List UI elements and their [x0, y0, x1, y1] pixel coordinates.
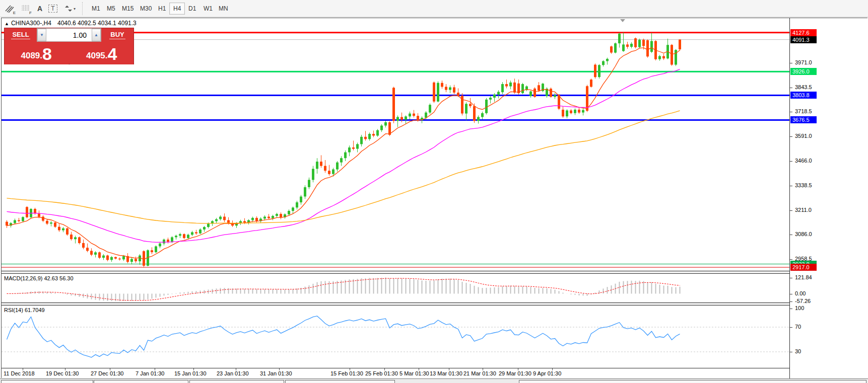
rsi-indicator-canvas[interactable]: [2, 306, 789, 368]
macd-tick: [790, 301, 792, 302]
price-tick: [790, 88, 792, 88]
timeframe-h4[interactable]: H4: [169, 3, 185, 15]
volume-decrease-button[interactable]: ▼: [37, 29, 46, 41]
timeframe-m30[interactable]: M30: [136, 3, 156, 15]
timeframe-m5[interactable]: M5: [103, 3, 119, 15]
timeframe-d1[interactable]: D1: [184, 3, 200, 15]
time-tick: [518, 368, 518, 370]
collapse-icon[interactable]: ▲: [5, 21, 9, 26]
ema-slow-line: [7, 111, 680, 223]
top-toolbar: E F A T ▾ M1M5M15M30H1H4D: [0, 0, 868, 17]
chart-tab[interactable]: [189, 380, 284, 383]
time-tick: [552, 368, 553, 370]
macd-axis-label: -57.26: [795, 298, 811, 304]
volume-increase-button[interactable]: ▲: [92, 29, 101, 41]
price-axis-label: 3971.0: [795, 59, 812, 65]
time-axis-label: 5 Mar 01:30: [399, 370, 429, 376]
trade-panel-price-row: 4089.8 4095.4: [5, 42, 133, 64]
chart-title: ▲CHINA300-,H44040.6 4092.5 4034.1 4091.3: [5, 20, 137, 27]
volume-spinner: ▼ 1.00 ▲: [37, 28, 101, 42]
time-axis-label: 7 Jan 01:30: [136, 370, 165, 376]
price-tick: [790, 63, 792, 63]
price-axis-label: 3718.5: [795, 108, 812, 114]
ema-fast-line: [7, 48, 680, 260]
price-axis-label: 3591.0: [795, 133, 812, 139]
trade-panel-top-row: SELL ▼ 1.00 ▲ BUY: [5, 28, 133, 42]
time-tick: [236, 368, 236, 370]
price-axis[interactable]: 3971.03843.53718.53591.03466.03338.53211…: [789, 18, 868, 378]
hline-3676.5: [2, 119, 789, 121]
chart-tabs-strip[interactable]: [0, 378, 868, 383]
pane-separator-macd[interactable]: [2, 271, 868, 274]
text-box-icon[interactable]: T: [46, 2, 59, 15]
time-tick: [65, 368, 65, 370]
time-axis-label: 11 Dec 2018: [4, 370, 35, 376]
timeframe-m1[interactable]: M1: [88, 3, 104, 15]
chart-tab[interactable]: [285, 380, 395, 383]
time-tick: [23, 368, 23, 370]
price-badge-2917.0: 2917.0: [790, 264, 817, 271]
price-badge-3803.8: 3803.8: [790, 92, 817, 99]
price-tick: [790, 161, 792, 162]
arrows-tool-icon[interactable]: ▾: [61, 2, 79, 15]
hline-3803.8: [2, 95, 789, 96]
time-tick: [193, 368, 194, 370]
price-tick: [790, 112, 792, 112]
buy-price-button[interactable]: 4095.4: [70, 42, 134, 64]
time-axis-label: 15 Feb 01:30: [330, 370, 363, 376]
time-axis-label: 9 Apr 01:30: [533, 370, 561, 376]
macd-axis-label: 121.84: [795, 274, 812, 280]
rsi-tick: [790, 352, 792, 352]
dropdown-caret-icon: ▾: [74, 7, 76, 11]
hline-2933.8: [2, 264, 789, 264]
buy-button[interactable]: BUY: [101, 28, 133, 42]
chart-tab[interactable]: [94, 380, 188, 383]
chart-shift-marker[interactable]: [620, 19, 625, 22]
timeframe-w1[interactable]: W1: [199, 3, 217, 15]
icon-letter: E: [13, 11, 16, 15]
text-label-icon[interactable]: A: [33, 2, 46, 15]
macd-tick: [790, 294, 792, 294]
price-tick: [790, 259, 792, 260]
pane-separator-rsi[interactable]: [2, 302, 868, 305]
macd-indicator-canvas[interactable]: [2, 274, 789, 302]
grid-properties-icon[interactable]: F: [19, 2, 32, 15]
chart-tab[interactable]: [1, 380, 93, 383]
time-tick: [155, 368, 155, 370]
time-tick: [350, 368, 350, 370]
price-badge-4127.6: 4127.6: [790, 29, 817, 36]
time-tick: [110, 368, 110, 370]
price-badge-3926.0: 3926.0: [790, 68, 817, 75]
sell-button[interactable]: SELL: [5, 28, 37, 42]
time-tick: [419, 368, 419, 370]
rsi-legend: RSI(14) 61.7049: [4, 307, 45, 313]
time-axis-label: 29 Mar 01:30: [499, 370, 531, 376]
hline-2917.0: [2, 267, 789, 268]
volume-input[interactable]: 1.00: [46, 29, 92, 41]
chart-window: ▲CHINA300-,H44040.6 4092.5 4034.1 4091.3…: [1, 18, 867, 378]
icon-letter: A: [37, 5, 42, 13]
timeframe-m15[interactable]: M15: [118, 3, 138, 15]
rsi-tick: [790, 309, 792, 309]
time-axis-label: 15 Jan 01:30: [174, 370, 207, 376]
macd-tick: [790, 278, 792, 278]
time-axis-label: 21 Mar 01:30: [463, 370, 496, 376]
time-axis-label: 31 Jan 01:30: [260, 370, 292, 376]
time-axis[interactable]: 11 Dec 201819 Dec 01:3027 Dec 01:307 Jan…: [2, 368, 789, 378]
sell-price-button[interactable]: 4089.8: [5, 42, 69, 64]
line-studies-icon[interactable]: E: [3, 2, 16, 15]
price-axis-label: 3843.5: [795, 84, 812, 90]
rsi-axis-label: 30: [795, 348, 801, 354]
current-price-badge: 4091.3: [790, 36, 817, 43]
price-axis-label: 3211.0: [795, 207, 812, 213]
price-tick: [790, 186, 792, 186]
one-click-trading-panel: SELL ▼ 1.00 ▲ BUY 4089.8 4095.4: [4, 28, 134, 64]
time-axis-label: 19 Dec 01:30: [46, 370, 79, 376]
timeframe-h1[interactable]: H1: [154, 3, 170, 15]
price-tick: [790, 235, 792, 235]
icon-letter: F: [29, 11, 32, 15]
chart-tab[interactable]: [519, 380, 866, 383]
timeframe-mn[interactable]: MN: [215, 3, 232, 15]
time-tick: [449, 368, 449, 370]
macd-legend: MACD(12,26,9) 42.63 56.30: [4, 275, 74, 281]
